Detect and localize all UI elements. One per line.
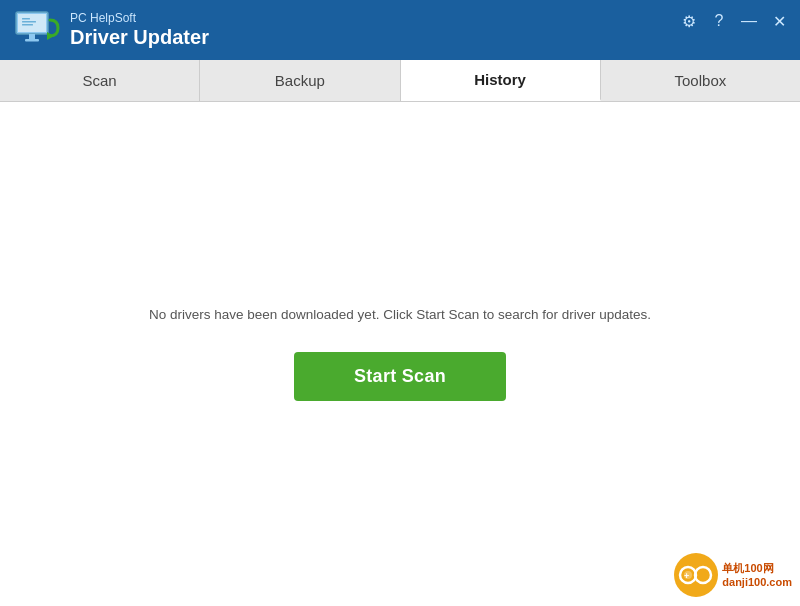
watermark-logo: + [673, 552, 719, 598]
svg-rect-5 [22, 18, 30, 20]
app-title-block: PC HelpSoft Driver Updater [70, 11, 209, 49]
tab-toolbox[interactable]: Toolbox [601, 60, 800, 101]
tab-scan[interactable]: Scan [0, 60, 200, 101]
svg-rect-6 [22, 21, 36, 23]
help-button[interactable]: ? [708, 10, 730, 32]
watermark: + 单机100网 danji100.com [673, 552, 792, 598]
tab-backup[interactable]: Backup [200, 60, 400, 101]
title-bar: PC HelpSoft Driver Updater ⚙ ? — ✕ [0, 0, 800, 60]
svg-rect-1 [18, 14, 46, 32]
empty-message: No drivers have been downloaded yet. Cli… [149, 307, 651, 322]
svg-rect-2 [29, 34, 35, 39]
start-scan-button[interactable]: Start Scan [294, 352, 506, 401]
settings-button[interactable]: ⚙ [678, 10, 700, 32]
app-title-main: Driver Updater [70, 25, 209, 49]
main-content: No drivers have been downloaded yet. Cli… [0, 102, 800, 606]
tab-bar: Scan Backup History Toolbox [0, 60, 800, 102]
watermark-text-block: 单机100网 danji100.com [722, 561, 792, 590]
title-controls: ⚙ ? — ✕ [678, 10, 790, 32]
svg-marker-4 [47, 32, 54, 40]
svg-rect-7 [22, 24, 33, 26]
svg-text:+: + [684, 571, 689, 581]
app-title-top: PC HelpSoft [70, 11, 209, 25]
minimize-button[interactable]: — [738, 10, 760, 32]
tab-history[interactable]: History [401, 60, 601, 101]
app-logo [12, 6, 60, 54]
close-button[interactable]: ✕ [768, 10, 790, 32]
svg-rect-3 [25, 39, 39, 42]
